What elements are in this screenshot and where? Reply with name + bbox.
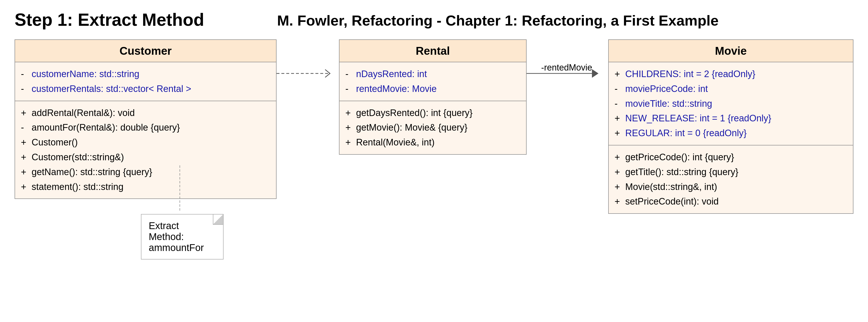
extract-method-note: Extract Method: ammountFor xyxy=(141,214,223,260)
method-prefix: + xyxy=(21,150,30,165)
movie-method-4: + setPriceCode(int): void xyxy=(615,194,847,209)
customer-attr-1: - customerName: std::string xyxy=(21,67,270,82)
customer-class-title: Customer xyxy=(15,40,276,62)
attr-prefix: - xyxy=(615,82,623,96)
attr-prefix: - xyxy=(21,67,30,82)
attr-prefix: + xyxy=(615,126,623,141)
note-line1: Extract Method: xyxy=(149,220,216,242)
attr-text: customerRentals: std::vector< Rental > xyxy=(32,82,191,96)
customer-method-6: + statement(): std::string xyxy=(21,179,270,194)
method-prefix: + xyxy=(345,120,354,135)
movie-method-2: + getTitle(): std::string {query} xyxy=(615,165,847,179)
customer-methods-section: + addRental(Rental&): void - amountFor(R… xyxy=(15,101,276,199)
note-connector-line xyxy=(165,165,214,214)
method-prefix: + xyxy=(615,194,623,209)
customer-class-box: Customer - customerName: std::string - c… xyxy=(14,39,277,199)
method-text: Customer(std::string&) xyxy=(32,150,124,165)
attr-text: nDaysRented: int xyxy=(356,67,427,82)
method-text: setPriceCode(int): void xyxy=(625,194,718,209)
attr-text: movieTitle: std::string xyxy=(625,96,712,111)
method-text: getName(): std::string {query} xyxy=(32,165,152,179)
diagram-area: Customer - customerName: std::string - c… xyxy=(14,39,854,214)
method-prefix: - xyxy=(21,120,30,135)
rental-movie-connector: -rentedMovie xyxy=(527,39,608,214)
rental-movie-arrow: -rentedMovie xyxy=(527,59,609,132)
movie-attr-4: + NEW_RELEASE: int = 1 {readOnly} xyxy=(615,111,847,126)
method-text: getDaysRented(): int {query} xyxy=(356,106,473,120)
movie-class-title: Movie xyxy=(609,40,853,62)
method-prefix: + xyxy=(615,179,623,194)
customer-attr-2: - customerRentals: std::vector< Rental > xyxy=(21,82,270,96)
movie-method-1: + getPriceCode(): int {query} xyxy=(615,150,847,165)
customer-method-3: + Customer() xyxy=(21,135,270,150)
method-text: Customer() xyxy=(32,135,78,150)
customer-method-4: + Customer(std::string&) xyxy=(21,150,270,165)
attr-prefix: - xyxy=(345,82,354,96)
rental-attr-2: - rentedMovie: Movie xyxy=(345,82,520,96)
svg-text:-rentedMovie: -rentedMovie xyxy=(541,62,592,72)
customer-method-2: - amountFor(Rental&): double {query} xyxy=(21,120,270,135)
customer-rental-arrow xyxy=(277,59,340,180)
rental-class-title: Rental xyxy=(339,40,526,62)
customer-method-1: + addRental(Rental&): void xyxy=(21,106,270,120)
attr-prefix: - xyxy=(21,82,30,96)
attr-prefix: + xyxy=(615,111,623,126)
rental-attr-1: - nDaysRented: int xyxy=(345,67,520,82)
method-prefix: + xyxy=(615,150,623,165)
method-text: statement(): std::string xyxy=(32,179,123,194)
method-prefix: + xyxy=(615,165,623,179)
movie-attr-3: - movieTitle: std::string xyxy=(615,96,847,111)
method-text: Rental(Movie&, int) xyxy=(356,135,434,150)
rental-method-2: + getMovie(): Movie& {query} xyxy=(345,120,520,135)
rental-method-1: + getDaysRented(): int {query} xyxy=(345,106,520,120)
attr-prefix: - xyxy=(345,67,354,82)
method-text: getPriceCode(): int {query} xyxy=(625,150,734,165)
header-area: Step 1: Extract Method M. Fowler, Refact… xyxy=(14,10,854,30)
attr-prefix: + xyxy=(615,67,623,82)
movie-methods-section: + getPriceCode(): int {query} + getTitle… xyxy=(609,145,853,213)
method-text: getMovie(): Movie& {query} xyxy=(356,120,467,135)
method-prefix: + xyxy=(21,106,30,120)
movie-attr-1: + CHILDRENS: int = 2 {readOnly} xyxy=(615,67,847,82)
movie-attr-5: + REGULAR: int = 0 {readOnly} xyxy=(615,126,847,141)
method-prefix: + xyxy=(21,179,30,194)
note-line2: ammountFor xyxy=(149,242,216,253)
rental-attributes-section: - nDaysRented: int - rentedMovie: Movie xyxy=(339,62,526,101)
attr-prefix: - xyxy=(615,96,623,111)
method-text: amountFor(Rental&): double {query} xyxy=(32,120,180,135)
attr-text: moviePriceCode: int xyxy=(625,82,708,96)
movie-attr-2: - moviePriceCode: int xyxy=(615,82,847,96)
attr-text: NEW_RELEASE: int = 1 {readOnly} xyxy=(625,111,771,126)
method-text: addRental(Rental&): void xyxy=(32,106,135,120)
rental-class-box: Rental - nDaysRented: int - rentedMovie:… xyxy=(339,39,527,155)
customer-attributes-section: - customerName: std::string - customerRe… xyxy=(15,62,276,101)
method-prefix: + xyxy=(345,106,354,120)
step-title: Step 1: Extract Method xyxy=(14,10,204,30)
rental-method-3: + Rental(Movie&, int) xyxy=(345,135,520,150)
book-title: M. Fowler, Refactoring - Chapter 1: Refa… xyxy=(277,12,718,29)
attr-text: rentedMovie: Movie xyxy=(356,82,437,96)
movie-class-box: Movie + CHILDRENS: int = 2 {readOnly} - … xyxy=(608,39,854,214)
movie-attributes-section: + CHILDRENS: int = 2 {readOnly} - movieP… xyxy=(609,62,853,145)
method-prefix: + xyxy=(345,135,354,150)
svg-marker-2 xyxy=(592,69,598,77)
page-container: Step 1: Extract Method M. Fowler, Refact… xyxy=(0,0,868,322)
method-text: Movie(std::string&, int) xyxy=(625,179,717,194)
attr-text: customerName: std::string xyxy=(32,67,139,82)
method-text: getTitle(): std::string {query} xyxy=(625,165,738,179)
method-prefix: + xyxy=(21,165,30,179)
rental-methods-section: + getDaysRented(): int {query} + getMovi… xyxy=(339,101,526,154)
attr-text: REGULAR: int = 0 {readOnly} xyxy=(625,126,747,141)
customer-method-5: + getName(): std::string {query} xyxy=(21,165,270,179)
method-prefix: + xyxy=(21,135,30,150)
movie-method-3: + Movie(std::string&, int) xyxy=(615,179,847,194)
customer-rental-connector xyxy=(277,39,339,214)
attr-text: CHILDRENS: int = 2 {readOnly} xyxy=(625,67,755,82)
